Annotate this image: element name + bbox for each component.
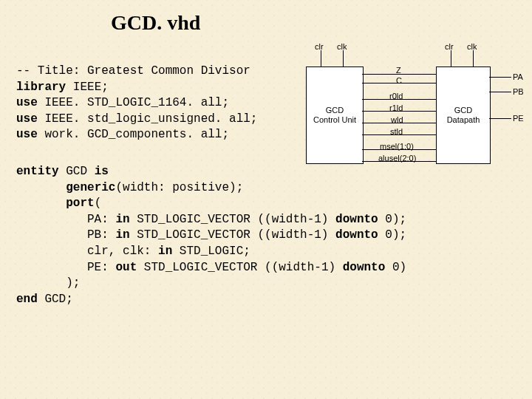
signal-label: r1ld (389, 103, 403, 114)
signal-label: PE (513, 113, 524, 124)
code-line: -- Title: Greatest Common Divisor (16, 64, 250, 78)
control-unit-box: GCD Control Unit (306, 66, 364, 164)
signal-label: alusel(2:0) (378, 153, 416, 164)
code-block-entity: entity GCD is generic(width: positive); … (16, 164, 406, 307)
box-label: GCD (437, 106, 490, 115)
code-text: 0); (378, 213, 406, 226)
keyword: generic (66, 181, 115, 194)
code-text: STD_LOGIC_VECTOR ((width-1) (137, 261, 342, 274)
keyword: downto (335, 213, 378, 226)
code-text (16, 181, 66, 194)
code-text: IEEE; (66, 81, 109, 94)
signal-label: clr (445, 41, 454, 52)
signal-label: PA (513, 72, 523, 83)
keyword: in (115, 228, 129, 242)
keyword: use (16, 112, 38, 126)
signal-label: clk (467, 41, 477, 52)
code-block-header: -- Title: Greatest Common Divisor librar… (16, 64, 257, 143)
keyword: use (16, 128, 38, 141)
box-label: Control Unit (307, 115, 363, 125)
code-text: ); (16, 276, 80, 290)
code-text: STD_LOGIC_VECTOR ((width-1) (130, 228, 335, 242)
code-text: work. GCD_components. all; (38, 128, 229, 141)
code-text: GCD (59, 165, 95, 178)
code-text: IEEE. STD_LOGIC_1164. all; (38, 96, 229, 109)
signal-label: Z (396, 65, 401, 76)
keyword: downto (343, 261, 386, 274)
keyword: port (66, 197, 94, 210)
code-text: (width: positive); (115, 181, 243, 194)
box-label: Datapath (437, 115, 490, 125)
code-text: PE: (16, 261, 115, 274)
signal-label: msel(1:0) (380, 141, 414, 152)
signal-label: clr (315, 41, 324, 52)
page-title: GCD. vhd (111, 9, 200, 37)
signal-label: wld (391, 115, 403, 126)
signal-label: C (396, 75, 402, 86)
code-text: ( (95, 197, 102, 210)
code-text: PA: (16, 213, 115, 226)
keyword: use (16, 96, 38, 109)
block-diagram: GCD Control Unit GCD Datapath clr clk cl… (291, 44, 526, 185)
code-text (16, 197, 66, 210)
signal-label: stld (390, 126, 403, 137)
keyword: library (16, 81, 66, 94)
keyword: in (115, 213, 129, 226)
keyword: out (115, 261, 137, 274)
signal-label: r0ld (389, 91, 403, 102)
code-text: PB: (16, 228, 115, 242)
code-text: STD_LOGIC; (172, 245, 250, 258)
code-text: IEEE. std_logic_unsigned. all; (38, 112, 258, 126)
code-text: 0); (378, 228, 406, 242)
code-text: clr, clk: (16, 245, 158, 258)
datapath-box: GCD Datapath (436, 66, 491, 164)
signal-label: PB (513, 86, 524, 98)
box-label: GCD (307, 106, 363, 115)
keyword: in (158, 245, 172, 258)
keyword: end (16, 293, 38, 306)
keyword: entity (16, 165, 59, 178)
code-text: STD_LOGIC_VECTOR ((width-1) (130, 213, 335, 226)
keyword: downto (335, 228, 378, 242)
code-text: 0) (385, 261, 406, 274)
code-text: GCD; (38, 293, 73, 306)
keyword: is (95, 165, 109, 178)
signal-label: clk (337, 41, 347, 52)
